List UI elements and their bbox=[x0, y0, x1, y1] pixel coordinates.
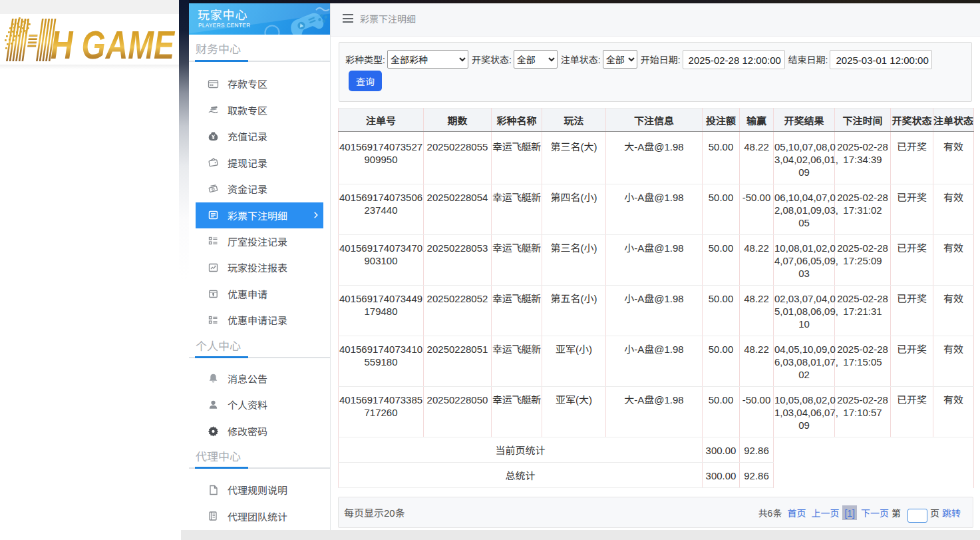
svg-text:H GAME: H GAME bbox=[51, 23, 175, 65]
